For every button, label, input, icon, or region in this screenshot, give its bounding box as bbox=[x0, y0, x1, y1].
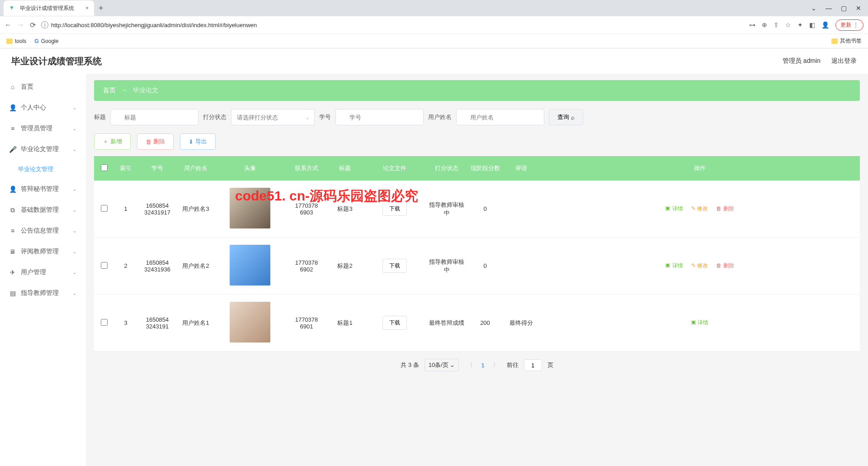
bookmark-google[interactable]: GGoogle bbox=[34, 38, 58, 44]
detail-link[interactable]: ▣ 详情 bbox=[665, 205, 683, 212]
col-sid[interactable]: 学号 bbox=[137, 156, 178, 181]
sidebar-item-personal[interactable]: 👤个人中心⌄ bbox=[0, 97, 86, 118]
sidebar-item-user[interactable]: ✈用户管理⌄ bbox=[0, 262, 86, 283]
download-button[interactable]: 下载 bbox=[382, 316, 407, 330]
sidebar-item-label: 评阅教师管理 bbox=[21, 247, 59, 256]
sidebar-subitem-thesis[interactable]: 毕业论文管理 bbox=[0, 160, 86, 179]
cell-sid: 1650854 3243191 bbox=[137, 295, 178, 352]
col-score[interactable]: 现阶段分数 bbox=[467, 156, 503, 181]
mic-icon: 🎤 bbox=[9, 146, 16, 153]
url-input[interactable]: i http://localhost:8080/biyeshejichengji… bbox=[41, 21, 744, 29]
delete-link[interactable]: 🗑 删除 bbox=[716, 262, 734, 269]
breadcrumb: 首页 → 毕业论文 bbox=[94, 80, 860, 101]
home-icon: ⌂ bbox=[9, 83, 16, 90]
sidebar-item-admin[interactable]: ≡管理员管理⌄ bbox=[0, 118, 86, 139]
edit-link[interactable]: ✎ 修改 bbox=[691, 262, 708, 269]
sidebar-item-label: 基础数据管理 bbox=[21, 206, 59, 214]
prev-page-icon[interactable]: 〈 bbox=[464, 361, 476, 369]
col-title[interactable]: 标题 bbox=[327, 156, 363, 181]
cell-uname: 用户姓名3 bbox=[178, 181, 214, 238]
goto-input[interactable] bbox=[524, 359, 542, 371]
bookmark-tools[interactable]: tools bbox=[6, 38, 26, 44]
chevron-down-icon: ⌄ bbox=[72, 207, 77, 213]
close-icon[interactable]: × bbox=[85, 5, 89, 11]
bookmark-other[interactable]: 其他书签 bbox=[831, 37, 862, 45]
query-button[interactable]: 查询 ⌕ bbox=[549, 109, 583, 125]
delete-link[interactable]: 🗑 删除 bbox=[716, 205, 734, 212]
cell-uname: 用户姓名2 bbox=[178, 238, 214, 295]
col-ops: 操作 bbox=[539, 156, 860, 181]
detail-link[interactable]: ▣ 详情 bbox=[691, 319, 708, 326]
sidebar-item-notice[interactable]: ≡公告信息管理⌄ bbox=[0, 220, 86, 241]
minimize-icon[interactable]: — bbox=[826, 5, 832, 12]
row-checkbox[interactable] bbox=[101, 262, 108, 269]
cell-sid: 1650854 32431936 bbox=[137, 238, 178, 295]
sidebar-item-basedata[interactable]: ⧉基础数据管理⌄ bbox=[0, 200, 86, 220]
user-label[interactable]: 管理员 admin bbox=[783, 57, 821, 65]
new-tab-button[interactable]: + bbox=[94, 4, 108, 13]
row-checkbox[interactable] bbox=[101, 319, 108, 326]
cell-score: 200 bbox=[467, 295, 503, 352]
status-select[interactable] bbox=[231, 109, 315, 125]
maximize-icon[interactable]: ▢ bbox=[841, 5, 847, 12]
star-icon[interactable]: ☆ bbox=[785, 21, 791, 29]
col-contact[interactable]: 联系方式 bbox=[286, 156, 327, 181]
cell-comment: 最终得分 bbox=[503, 295, 539, 352]
sidebar-item-label: 首页 bbox=[21, 83, 33, 91]
sidebar-item-home[interactable]: ⌂首页 bbox=[0, 76, 86, 97]
chevron-down-icon[interactable]: ⌄ bbox=[811, 5, 816, 12]
zoom-icon[interactable]: ⊕ bbox=[762, 21, 767, 29]
browser-tab[interactable]: ▼ 毕业设计成绩管理系统 × bbox=[4, 0, 94, 16]
page-size-select[interactable]: 10条/页 ⌄ bbox=[425, 359, 459, 371]
close-window-icon[interactable]: ✕ bbox=[856, 5, 861, 12]
download-button[interactable]: 下载 bbox=[382, 259, 407, 273]
sidebar-item-advisor[interactable]: ▤指导教师管理⌄ bbox=[0, 283, 86, 304]
cell-comment bbox=[503, 238, 539, 295]
sidebar-item-thesis[interactable]: 🎤毕业论文管理⌄ bbox=[0, 139, 86, 160]
breadcrumb-home[interactable]: 首页 bbox=[103, 86, 116, 94]
col-avatar[interactable]: 头像 bbox=[214, 156, 286, 181]
col-file[interactable]: 论文文件 bbox=[363, 156, 426, 181]
update-button[interactable]: 更新⋮ bbox=[835, 19, 863, 31]
profile-icon[interactable]: 👤 bbox=[821, 21, 829, 29]
next-page-icon[interactable]: 〉 bbox=[490, 361, 501, 369]
download-button[interactable]: 下载 bbox=[382, 202, 407, 216]
cell-status: 指导教师审核中 bbox=[426, 181, 467, 238]
sid-input[interactable] bbox=[335, 109, 424, 125]
select-all-checkbox[interactable] bbox=[101, 164, 108, 171]
col-comment[interactable]: 评语 bbox=[503, 156, 539, 181]
uname-label: 用户姓名 bbox=[428, 113, 452, 121]
key-icon[interactable]: ⊶ bbox=[749, 21, 755, 29]
pagination: 共 3 条 10条/页 ⌄ 〈 1 〉 前往 页 bbox=[94, 352, 860, 379]
detail-link[interactable]: ▣ 详情 bbox=[665, 262, 683, 269]
delete-button[interactable]: 🗑 删除 bbox=[137, 133, 174, 150]
page-current[interactable]: 1 bbox=[481, 362, 484, 369]
doc-icon: ▤ bbox=[9, 290, 16, 297]
sidebar-item-defense[interactable]: 👤答辩秘书管理⌄ bbox=[0, 179, 86, 200]
bookmark-bar: tools GGoogle 其他书签 bbox=[0, 33, 868, 48]
extensions-icon[interactable]: ✦ bbox=[797, 21, 803, 29]
back-icon[interactable]: ← bbox=[5, 21, 12, 29]
avatar bbox=[230, 245, 270, 285]
col-uname[interactable]: 用户姓名 bbox=[178, 156, 214, 181]
uname-input[interactable] bbox=[456, 109, 544, 125]
chevron-down-icon: ⌄ bbox=[72, 269, 77, 276]
sidebar-item-label: 指导教师管理 bbox=[21, 289, 59, 297]
chevron-down-icon: ⌄ bbox=[72, 125, 77, 132]
logout-button[interactable]: 退出登录 bbox=[831, 57, 857, 65]
cell-status: 指导教师审核中 bbox=[426, 238, 467, 295]
reload-icon[interactable]: ⟳ bbox=[30, 21, 36, 29]
sidebar-item-reviewer[interactable]: 🖥评阅教师管理⌄ bbox=[0, 241, 86, 262]
sidepanel-icon[interactable]: ◧ bbox=[809, 21, 815, 29]
edit-link[interactable]: ✎ 修改 bbox=[691, 205, 708, 212]
row-checkbox[interactable] bbox=[101, 205, 108, 212]
title-input[interactable] bbox=[110, 109, 198, 125]
export-button[interactable]: ⬇ 导出 bbox=[180, 133, 216, 150]
add-button[interactable]: ＋ 新增 bbox=[94, 133, 131, 150]
sidebar-item-label: 个人中心 bbox=[21, 104, 46, 112]
site-info-icon[interactable]: i bbox=[41, 21, 48, 29]
share-icon[interactable]: ⇪ bbox=[774, 21, 779, 29]
forward-icon[interactable]: → bbox=[17, 21, 24, 29]
col-status[interactable]: 打分状态 bbox=[426, 156, 467, 181]
chevron-down-icon: ⌄ bbox=[72, 105, 77, 111]
